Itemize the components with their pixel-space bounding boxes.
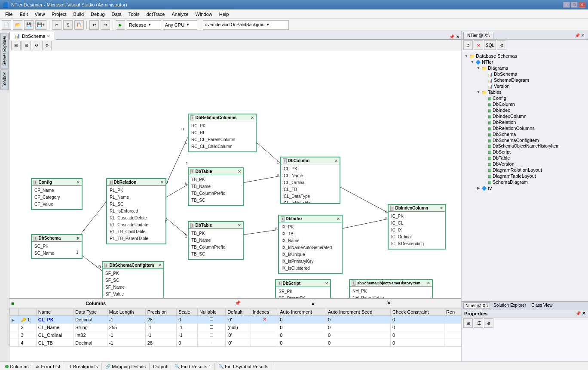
entity-DbRelationColumns[interactable]: IDbRelationColumns ✕ RC_PK RC_RL RC_CL_P… <box>188 114 257 152</box>
table-row[interactable]: 2 CL_Name String 255 -1 -1 ☐ (null) 0 0 … <box>10 324 461 331</box>
bot-tab-errorlist[interactable]: ⚠ Error List <box>32 363 64 370</box>
server-explorer-tab[interactable]: Server Explorer <box>0 33 9 68</box>
tree-item-dbtable[interactable]: ▦ DbTable <box>463 155 586 161</box>
bottom-panel-expand[interactable]: ▲ <box>311 301 383 306</box>
menu-debug[interactable]: Debug <box>87 11 108 18</box>
entity-close-DbScript[interactable]: ✕ <box>325 281 328 286</box>
entity-DbIndex[interactable]: IDbIndex ✕ IX_PK IX_TB IX_Name IX_IsName… <box>278 215 343 274</box>
rpanel-sql1[interactable]: SQL <box>484 40 496 50</box>
tb-open[interactable]: 📂 <box>13 20 22 30</box>
tree-item-dbschemaobjname[interactable]: ▦ DbSchemaObjectNameHistoryItem <box>463 143 586 149</box>
col-header-ren[interactable]: Ren <box>444 308 461 316</box>
entity-close-Config[interactable]: ✕ <box>77 180 80 185</box>
tree-item-dbschema-diag[interactable]: 📊 DbSchema <box>463 71 586 77</box>
tb-new[interactable]: 📄 <box>2 20 11 30</box>
tree-item-rv[interactable]: ▶ 🔷 rv <box>463 185 586 191</box>
tree-item-config[interactable]: ▦ Config <box>463 95 586 101</box>
entity-close-DbIndexColumn[interactable]: ✕ <box>440 206 443 210</box>
col-header-autoincseed[interactable]: Auto Increment Seed <box>326 308 390 316</box>
col-header-indexes[interactable]: Indexes <box>251 308 278 316</box>
diagram-tab-close[interactable]: ✕ <box>47 34 50 38</box>
menu-analyze[interactable]: Analyze <box>168 11 192 18</box>
platform-dropdown[interactable]: Any CPU ▼ <box>163 20 197 30</box>
diag-settings-btn[interactable]: ⚙ <box>42 41 52 50</box>
properties-pin[interactable]: 📌 <box>576 311 581 316</box>
tb-save[interactable]: 💾 <box>24 20 34 30</box>
col-header-name[interactable]: Name <box>36 308 73 316</box>
tree-item-tables[interactable]: ▼ 📁 Tables <box>463 89 586 95</box>
tree-item-dbcolumn[interactable]: ▦ DbColumn <box>463 101 586 107</box>
menu-project[interactable]: Project <box>48 11 70 18</box>
entity-DbScript[interactable]: IDbScript ✕ SR_PK SR_ParentFK SR_ParentT… <box>275 279 331 298</box>
diag-align-btn[interactable]: ⊟ <box>21 41 31 50</box>
diagram-canvas[interactable]: n 1 n 1 n 1 1 n 1 n <box>9 51 461 298</box>
properties-close[interactable]: ✕ <box>582 311 585 316</box>
tb-cut[interactable]: ✂ <box>52 20 61 30</box>
entity-close-DbSchemaConfigItem[interactable]: ✕ <box>158 263 162 268</box>
tree-toggle[interactable]: ▼ <box>463 54 469 58</box>
config-dropdown[interactable]: Release ▼ <box>127 20 161 30</box>
prop-expand[interactable]: ⊕ <box>484 318 493 328</box>
tree[interactable]: ▼ 📁 Database Schemas ▼ 🔷 NTier ▼ 📁 Diagr… <box>462 51 588 301</box>
entity-close-DbColumn[interactable]: ✕ <box>334 159 338 163</box>
entity-DbTable2[interactable]: IDbTable ✕ TB_PK TB_Name TB_ColumnPrefix… <box>188 221 244 260</box>
bot-tab-breakpoints[interactable]: ⏸ Breakpoints <box>64 363 102 370</box>
col-header-nullable[interactable]: Nullable <box>198 308 226 316</box>
toolbox-tab[interactable]: Toolbox <box>0 69 9 90</box>
entity-close-DbSchemaObjectNameHistoryItem[interactable]: ✕ <box>427 281 430 285</box>
col-header-datatype[interactable]: Data Type <box>74 308 107 316</box>
menu-data[interactable]: Data <box>108 11 125 18</box>
menu-edit[interactable]: Edit <box>16 11 31 18</box>
prop-sort-alpha[interactable]: ↕Z <box>474 318 483 328</box>
entity-DbSchemaConfigItem[interactable]: IDbSchemaConfigItem ✕ SF_PK SF_SC SF_Nam… <box>102 261 164 298</box>
maximize-button[interactable]: □ <box>571 2 578 8</box>
bot-tab-output[interactable]: Output <box>150 363 171 370</box>
minimize-button[interactable]: ─ <box>563 2 570 8</box>
tree-item-dbscript[interactable]: ▦ DbScript <box>463 149 586 155</box>
tree-item-diagrams[interactable]: ▼ 📁 Diagrams <box>463 65 586 71</box>
table-row[interactable]: 3 CL_Ordinal Int32 -1 -1 -1 ☐ '0' 0 0 0 <box>10 331 461 339</box>
entity-close-DbRelation[interactable]: ✕ <box>160 180 164 185</box>
bottom-panel-close[interactable]: ✕ <box>387 300 459 306</box>
tree-toggle-rv[interactable]: ▶ <box>475 186 481 190</box>
tb-undo[interactable]: ↩ <box>89 20 99 30</box>
menu-dottrace[interactable]: dotTrace <box>143 11 168 18</box>
entity-close-DbIndex[interactable]: ✕ <box>337 217 340 221</box>
col-header-precision[interactable]: Precision <box>145 308 177 316</box>
entity-close-DbTable2[interactable]: ✕ <box>238 223 241 228</box>
tb-paste[interactable]: 📋 <box>74 20 84 30</box>
tree-toggle-diagrams[interactable]: ▼ <box>475 66 481 70</box>
col-header-check[interactable]: Check Constraint <box>391 308 444 316</box>
bot-tab-findsymbolresults[interactable]: 🔍 Find Symbol Results <box>215 363 272 370</box>
menu-build[interactable]: Build <box>70 11 87 18</box>
right-panel-close[interactable]: ✕ <box>581 33 585 38</box>
entity-close-DbTable1[interactable]: ✕ <box>238 170 241 174</box>
entity-DbSchemaObjectNameHistoryItem[interactable]: IDbSchemaObjectNameHistoryItem ✕ NH_PK N… <box>349 279 433 298</box>
tree-item-dbrelation[interactable]: ▦ DbRelation <box>463 119 586 125</box>
tree-item-schemadiag[interactable]: 📊 SchemaDiagram <box>463 77 586 83</box>
entity-DbColumn[interactable]: IDbColumn ✕ CL_PK CL_Name CL_Ordinal CL_… <box>280 157 340 204</box>
col-header-maxlength[interactable]: Max Length <box>107 308 145 316</box>
tree-root[interactable]: ▼ 📁 Database Schemas <box>463 53 586 59</box>
menu-view[interactable]: View <box>31 11 49 18</box>
tree-item-dbversion[interactable]: ▦ DbVersion <box>463 161 586 167</box>
rpanel-tab-ntier[interactable]: NTier @ X:\ <box>463 32 493 39</box>
tree-item-version[interactable]: 📊 Version <box>463 83 586 89</box>
rpanel-refresh[interactable]: ↺ <box>463 40 473 50</box>
right-panel-pin[interactable]: 📌 <box>575 33 580 38</box>
menu-file[interactable]: File <box>2 11 16 18</box>
tree-item-dbindex[interactable]: ▦ DbIndex <box>463 107 586 113</box>
tb-run[interactable]: ▶ <box>116 20 125 30</box>
table-row[interactable]: 4 CL_TB Decimal -1 28 0 ☐ '0' 0 0 0 <box>10 339 461 347</box>
menu-window[interactable]: Window <box>192 11 216 18</box>
columns-table[interactable]: Name Data Type Max Length Precision Scal… <box>9 308 461 361</box>
tree-item-schemadiagram-tbl[interactable]: ▦ SchemaDiagram <box>463 179 586 185</box>
close-button[interactable]: ✕ <box>579 2 585 8</box>
rpanel-sql2[interactable]: ⚙ <box>497 40 506 50</box>
tree-item-dbrelationcols[interactable]: ▦ DbRelationColumns <box>463 125 586 131</box>
col-header-scale[interactable]: Scale <box>177 308 198 316</box>
entity-DbTable1[interactable]: IDbTable ✕ TB_PK TB_Name TB_ColumnPrefix… <box>188 167 244 206</box>
diagram-tab-dbschema[interactable]: 📊 DbSchema ✕ <box>9 32 55 40</box>
entity-close-DbRelationColumns[interactable]: ✕ <box>251 116 254 120</box>
tree-toggle-tables[interactable]: ▼ <box>475 90 481 94</box>
